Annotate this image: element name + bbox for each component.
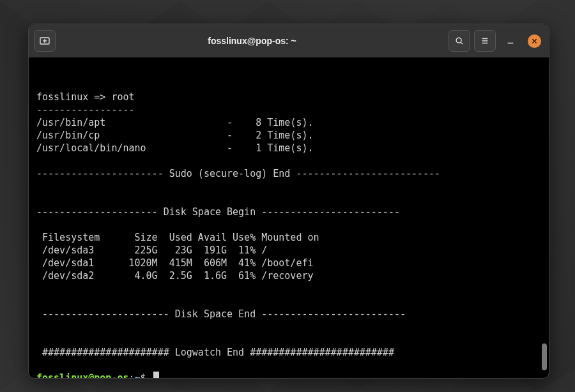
close-icon <box>532 38 537 44</box>
scrollbar-thumb[interactable] <box>542 343 547 370</box>
terminal-line: /usr/bin/cp - 2 Time(s). <box>36 130 313 141</box>
terminal-line: ----------------- <box>36 104 135 116</box>
terminal-line: --------------------- Disk Space Begin -… <box>36 206 400 218</box>
terminal-line: ---------------------- Sudo (secure-log)… <box>36 168 440 179</box>
terminal-window: fosslinux@pop-os: ~ <box>28 24 549 379</box>
menu-button[interactable] <box>474 30 496 52</box>
svg-point-20 <box>456 38 461 43</box>
cursor <box>153 372 159 379</box>
terminal-line: /dev/sda3 225G 23G 191G 11% / <box>36 245 267 256</box>
terminal-line: /dev/sda2 4.0G 2.5G 1.6G 61% /recovery <box>36 270 313 282</box>
prompt-symbol: $ <box>141 372 146 379</box>
new-tab-icon <box>40 36 50 46</box>
close-button[interactable] <box>528 34 541 48</box>
new-tab-button[interactable] <box>34 30 56 52</box>
scrollbar[interactable] <box>540 57 547 378</box>
minimize-button[interactable] <box>500 30 521 52</box>
search-icon <box>455 36 464 45</box>
terminal-line: /usr/bin/apt - 8 Time(s). <box>36 117 313 128</box>
svg-line-21 <box>461 42 463 44</box>
terminal-line: Filesystem Size Used Avail Use% Mounted … <box>36 232 319 243</box>
hamburger-icon <box>480 36 489 45</box>
titlebar: fosslinux@pop-os: ~ <box>29 24 549 57</box>
prompt-user-host: fosslinux@pop-os <box>36 372 129 379</box>
terminal-line: ###################### Logwatch End ####… <box>36 347 394 358</box>
minimize-icon <box>506 36 515 45</box>
window-title: fosslinux@pop-os: ~ <box>59 36 445 46</box>
prompt-separator: : <box>129 372 135 379</box>
terminal-line: /dev/sda1 1020M 415M 606M 41% /boot/efi <box>36 257 313 269</box>
terminal-line: ---------------------- Disk Space End --… <box>36 308 406 320</box>
terminal-line: fosslinux => root <box>36 91 135 103</box>
prompt-path: ~ <box>135 372 141 379</box>
terminal-line: /usr/local/bin/nano - 1 Time(s). <box>36 142 313 154</box>
search-button[interactable] <box>448 30 470 52</box>
terminal-body[interactable]: fosslinux => root ----------------- /usr… <box>29 57 549 378</box>
